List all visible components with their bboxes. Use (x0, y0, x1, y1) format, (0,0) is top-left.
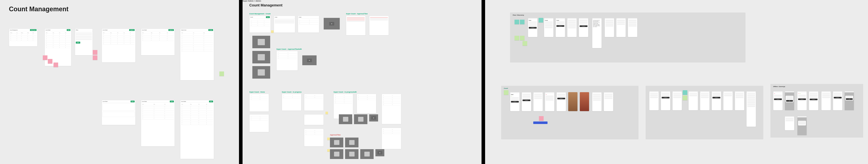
mobile-screen[interactable]: Continue (579, 18, 588, 37)
screen-right-1[interactable]: ———————————— (382, 94, 401, 124)
mobile-screen[interactable] (604, 92, 613, 111)
media-thumb[interactable] (330, 138, 343, 147)
screen-cm-create-1[interactable]: CountsNew ———————————— (249, 16, 271, 33)
mob-button[interactable]: Continue (712, 97, 720, 99)
mobile-screen[interactable] (604, 18, 614, 37)
mobile-screen-tall[interactable] (746, 91, 756, 127)
screen-count-detail-e[interactable]: Count DetailSave ItemExpCnt —————— —————… (141, 100, 175, 146)
screen-create-count-a[interactable]: Create CountCreate ItemLocQty —————— ———… (180, 29, 214, 80)
save-button[interactable]: Save (130, 101, 135, 102)
media-thumb[interactable]: ▶ (369, 114, 378, 121)
mob-button[interactable]: Continue (810, 99, 817, 100)
mobile-screen-photo[interactable] (580, 92, 589, 111)
media-thumb[interactable] (345, 138, 359, 147)
screen-home-1[interactable]: —————— (249, 94, 269, 112)
screen-filter-panel[interactable]: Filters Apply (75, 29, 93, 55)
mobile-screen[interactable]: Continue (809, 91, 818, 110)
screen-count-detail-f[interactable]: Count DetailSave ItemExpCntVar ———————— … (180, 100, 214, 159)
canvas-section-2[interactable]: Count Management Super Admin + Admin Cou… (243, 0, 482, 164)
sticky-note[interactable] (539, 116, 544, 121)
screen-count-detail-c[interactable]: Count DetailApprove ItemExpCntVar ———— —… (141, 29, 175, 55)
screen-right-2[interactable]: —————— (382, 128, 401, 149)
mobile-screen[interactable]: Continue (833, 91, 842, 110)
mobile-screen[interactable]: Continue (522, 92, 531, 111)
sticky-note[interactable] (326, 112, 328, 114)
mobile-screen[interactable] (592, 92, 602, 111)
mobile-screen[interactable] (616, 18, 626, 37)
mob-button[interactable]: Continue (662, 97, 670, 99)
canvas-section-1[interactable]: Count Management Count ManagementNew Cou… (0, 0, 239, 164)
media-thumb[interactable] (330, 149, 343, 159)
sticky-note[interactable] (219, 72, 224, 76)
mobile-screen[interactable] (672, 91, 682, 110)
mobile-screen[interactable] (723, 91, 733, 110)
approve-button[interactable]: Approve (168, 29, 174, 31)
mobile-screen[interactable] (688, 91, 698, 110)
media-thumb[interactable]: ▶ (375, 149, 384, 156)
screen-count-detail-d[interactable]: Count DetailSave (102, 100, 135, 125)
screen-count-list[interactable]: Count ManagementNew Count NameLocStatusD… (9, 29, 37, 47)
new-count-button[interactable]: New Count (30, 29, 37, 31)
mobile-screen[interactable] (567, 18, 577, 37)
mobile-screen[interactable]: Continue (797, 91, 807, 110)
media-thumb[interactable] (360, 149, 374, 159)
mobile-screen[interactable] (700, 91, 710, 110)
mobile-screen[interactable]: Continue (773, 91, 783, 110)
mobile-screen[interactable] (533, 92, 543, 111)
apply-button[interactable]: Apply (76, 42, 80, 44)
mobile-screen-tall[interactable]: Lorem ipsum dolor sit amet consectetur a… (592, 18, 602, 48)
canvas-section-3[interactable]: Flow / Discovery HomeContinue Counts Cou… (485, 0, 868, 164)
sticky-note[interactable] (515, 20, 519, 24)
create-button[interactable]: Create (208, 29, 213, 31)
screen-approval-1[interactable] (346, 16, 366, 35)
screen-inprog-1[interactable]: ———— (282, 94, 301, 111)
mobile-screen[interactable]: Continue (712, 91, 721, 110)
screen-cm-create-2[interactable]: Create (274, 16, 295, 33)
screen-edit-2[interactable]: —————— (357, 94, 376, 113)
screen-inprog-3[interactable]: — (304, 114, 324, 125)
mob-button[interactable]: Continue (523, 100, 530, 101)
mobile-screen[interactable]: CountContinue (556, 18, 565, 37)
mobile-screen[interactable] (649, 91, 659, 110)
mob-button[interactable]: Continue (529, 27, 537, 29)
media-thumb[interactable] (252, 66, 270, 79)
mob-button[interactable]: Continue (774, 99, 782, 100)
mobile-screen-short[interactable] (785, 116, 794, 130)
sticky-note[interactable] (538, 18, 543, 23)
mobile-screen[interactable]: HomeContinue (528, 18, 537, 37)
sticky-note[interactable] (327, 149, 330, 152)
save-button[interactable]: Save (170, 101, 174, 102)
sticky-note[interactable] (93, 55, 97, 60)
sticky-note[interactable] (523, 41, 527, 46)
mobile-screen-modal[interactable]: OK (785, 91, 794, 110)
mob-button[interactable]: OK (846, 98, 852, 100)
screen-cm-create-3[interactable]: Create —————— (298, 16, 319, 33)
screen-inprog-4[interactable]: —————— (304, 129, 324, 146)
sticky-note[interactable] (520, 20, 525, 24)
mobile-screen-photo[interactable] (568, 92, 578, 111)
approve-button[interactable]: Approve (129, 29, 135, 31)
sticky-note[interactable] (54, 62, 58, 67)
mob-button[interactable]: Continue (557, 98, 565, 99)
screen-count-detail-b[interactable]: Count DetailApprove ItemExpCntVarSt ————… (102, 29, 135, 62)
mob-button[interactable]: Continue (834, 97, 842, 99)
mobile-screen[interactable]: Continue (556, 92, 566, 111)
mob-button[interactable]: Continue (511, 101, 519, 103)
sticky-note[interactable] (43, 55, 48, 60)
media-thumb[interactable] (252, 51, 270, 63)
mobile-screen-modal[interactable] (797, 116, 807, 135)
screen-inprog-2[interactable]: ———— (304, 94, 324, 111)
screen-mid-1[interactable]: ———————— (276, 51, 298, 71)
mobile-screen[interactable]: Continue (661, 91, 671, 110)
mobile-screen[interactable] (628, 18, 638, 37)
mob-button[interactable]: Continue (556, 25, 564, 27)
media-thumb[interactable] (252, 36, 270, 48)
mobile-screen[interactable]: Counts (544, 18, 554, 37)
media-thumb[interactable]: ▶ (324, 18, 340, 29)
mobile-screen[interactable] (735, 91, 744, 110)
mob-button[interactable]: OK (786, 100, 793, 102)
mobile-screen[interactable]: DetailContinue (510, 92, 520, 111)
sticky-note[interactable] (683, 95, 687, 100)
media-thumb[interactable] (345, 149, 359, 159)
new-button[interactable]: New (266, 16, 270, 18)
